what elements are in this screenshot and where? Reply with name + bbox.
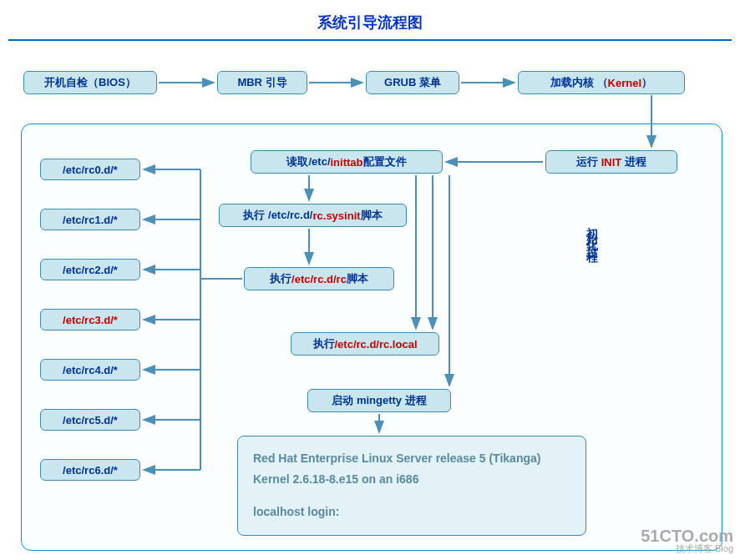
watermark: 51CTO.com 技术博客 Blog bbox=[641, 527, 733, 553]
box-grub: GRUB 菜单 bbox=[366, 71, 459, 94]
box-inittab: 读取/etc/inittab配置文件 bbox=[251, 150, 443, 174]
box-rc-script: 执行 /etc/rc.d/rc 脚本 bbox=[244, 267, 394, 290]
box-mbr: MBR 引导 bbox=[217, 71, 307, 94]
rc-item-3: /etc/rc3.d/* bbox=[40, 309, 140, 330]
init-process-label: 初始化过程 bbox=[585, 217, 600, 250]
login-terminal: Red Hat Enterprise Linux Server release … bbox=[237, 436, 586, 536]
rc-item-4: /etc/rc4.d/* bbox=[40, 359, 140, 381]
rc-item-5: /etc/rc5.d/* bbox=[40, 409, 140, 431]
box-init: 运行 INIT 进程 bbox=[545, 150, 677, 174]
diagram-title: 系统引导流程图 bbox=[0, 0, 740, 39]
rc-item-6: /etc/rc6.d/* bbox=[40, 459, 140, 481]
rc-item-1: /etc/rc1.d/* bbox=[40, 209, 140, 230]
box-bios: 开机自检（BIOS） bbox=[23, 71, 157, 94]
title-underline bbox=[8, 39, 732, 41]
rc-item-0: /etc/rc0.d/* bbox=[40, 159, 140, 180]
box-kernel: 加载内核 （Kernel） bbox=[518, 71, 685, 94]
box-sysinit: 执行 /etc/rc.d/rc.sysinit 脚本 bbox=[219, 204, 407, 227]
box-rc-local: 执行/etc/rc.d/rc.local bbox=[291, 332, 439, 356]
box-mingetty: 启动 mingetty 进程 bbox=[307, 389, 451, 412]
rc-item-2: /etc/rc2.d/* bbox=[40, 259, 140, 280]
